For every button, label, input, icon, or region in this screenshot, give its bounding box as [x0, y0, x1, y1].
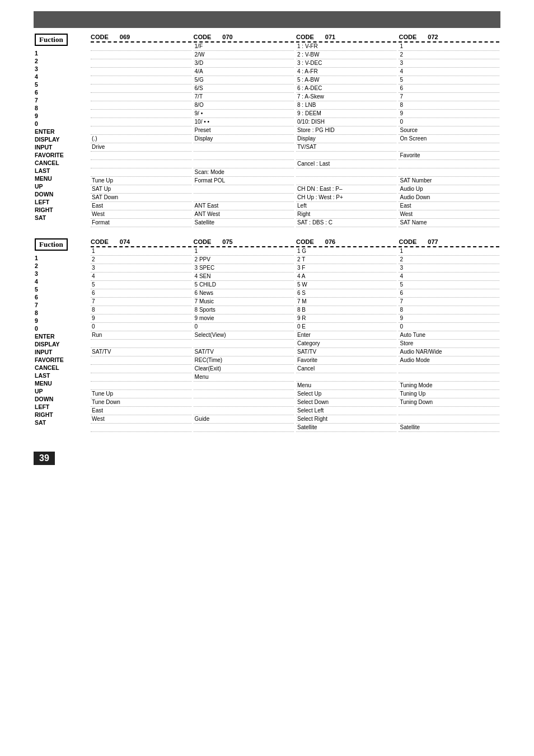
data-row: Cancel : Last: [296, 160, 396, 168]
data-row: Select Up: [296, 390, 396, 398]
code-label: CODE: [296, 34, 314, 40]
data-row: 1/F: [194, 43, 294, 51]
code-header: CODE075: [194, 238, 294, 247]
data-row: Auto Tune: [399, 331, 499, 340]
code-col-074: CODE0741234567890Run SAT/TV Tune UpTune …: [90, 238, 192, 432]
data-row: [91, 340, 191, 348]
data-row: 6 S: [296, 289, 396, 298]
section1-table: Fuction 1 2 3 4 5 6 7 8 9 0 ENTER DISPLA…: [34, 34, 500, 227]
data-row: Satellite: [296, 424, 396, 432]
data-row: Select(View): [194, 331, 294, 340]
code-header: CODE069: [91, 34, 191, 43]
data-row: [296, 168, 396, 177]
data-row: 8: [399, 101, 499, 110]
data-row: 9: [91, 314, 191, 323]
data-row: [296, 373, 396, 382]
data-row: [194, 407, 294, 415]
data-row: Cancel: [296, 365, 396, 373]
code-number: 077: [428, 238, 438, 245]
data-row: 6 News: [194, 289, 294, 298]
code-label: CODE: [399, 34, 416, 40]
fn-row: FAVORITE: [35, 356, 88, 364]
data-row: [91, 118, 191, 126]
fn-row: 1: [35, 254, 88, 262]
data-row: 0/10: DISH: [296, 118, 396, 126]
data-row: [91, 76, 191, 84]
data-row: SAT/TV: [91, 348, 191, 356]
data-row: 9/ •: [194, 110, 294, 118]
functions-col-1: Fuction 1 2 3 4 5 6 7 8 9 0 ENTER DISPLA…: [34, 34, 90, 227]
data-row: TV/SAT: [296, 143, 396, 152]
data-row: Right: [296, 210, 396, 219]
fn-row: 8: [35, 104, 88, 112]
data-row: (.): [91, 135, 191, 143]
data-row: [91, 110, 191, 118]
data-row: [194, 143, 294, 152]
data-row: On Screen: [399, 135, 499, 143]
data-row: East: [399, 202, 499, 210]
data-row: 3 F: [296, 264, 396, 273]
data-row: 3: [399, 264, 499, 273]
data-row: 0: [194, 323, 294, 331]
fn-row: SAT: [35, 214, 88, 222]
data-row: Guide: [194, 415, 294, 424]
data-row: Audio Mode: [399, 356, 499, 365]
data-row: ANT West: [194, 210, 294, 219]
header-bar: [34, 11, 500, 28]
code-header: CODE077: [399, 238, 499, 247]
data-row: [399, 373, 499, 382]
fn-row: 2: [35, 57, 88, 65]
data-row: 4: [91, 273, 191, 281]
fn-row: DOWN: [35, 395, 88, 403]
data-row: 7/T: [194, 93, 294, 101]
data-row: [296, 177, 396, 185]
data-row: CH DN : East : P–: [296, 185, 396, 194]
fn-row: CANCEL: [35, 159, 88, 167]
data-row: East: [91, 202, 191, 210]
data-row: [399, 365, 499, 373]
data-row: [399, 168, 499, 177]
data-row: 2 T: [296, 256, 396, 264]
fn-row: ENTER: [35, 128, 88, 135]
data-row: 7: [91, 298, 191, 306]
fn-row: 4: [35, 73, 88, 81]
data-row: [91, 93, 191, 101]
fn-row: INPUT: [35, 143, 88, 151]
data-row: Menu: [194, 373, 294, 382]
data-row: [91, 59, 191, 68]
fn-row: 3: [35, 270, 88, 278]
fn-row: 6: [35, 293, 88, 301]
code-number: 075: [222, 238, 232, 245]
data-row: 3 : V-DEC: [296, 59, 396, 68]
data-row: 6 : A-DEC: [296, 84, 396, 93]
data-row: Format: [91, 219, 191, 227]
fn-row: 9: [35, 112, 88, 120]
data-row: 4 : A-FR: [296, 68, 396, 76]
data-row: 3: [91, 264, 191, 273]
fn-row: DOWN: [35, 190, 88, 198]
data-row: 7 M: [296, 298, 396, 306]
code-col-075: CODE07512 PPV3 SPEC4 SEN5 CHILD6 News7 M…: [193, 238, 295, 432]
code-number: 076: [325, 238, 335, 245]
fn-row: CANCEL: [35, 364, 88, 372]
fn-row: UP: [35, 182, 88, 190]
data-row: CH Up : West : P+: [296, 194, 396, 202]
code-number: 072: [428, 34, 438, 40]
fn-row: 0: [35, 120, 88, 128]
data-row: REC(Time): [194, 356, 294, 365]
data-row: [91, 160, 191, 168]
data-row: 8: [399, 306, 499, 314]
data-row: 5 : A-BW: [296, 76, 396, 84]
data-row: 10/ • •: [194, 118, 294, 126]
data-row: [91, 382, 191, 390]
data-row: Tuning Down: [399, 398, 499, 407]
section2: Fuction 1 2 3 4 5 6 7 8 9 0 ENTER DISPLA…: [34, 238, 500, 432]
code-col-072: CODE0721234567890SourceOn Screen Favorit…: [397, 34, 500, 227]
fn-row: 0: [35, 325, 88, 332]
data-row: 4: [399, 68, 499, 76]
data-row: [194, 424, 294, 432]
data-row: [194, 340, 294, 348]
data-row: SAT/TV: [296, 348, 396, 356]
data-row: 8: [91, 306, 191, 314]
data-row: SAT : DBS : C: [296, 219, 396, 227]
